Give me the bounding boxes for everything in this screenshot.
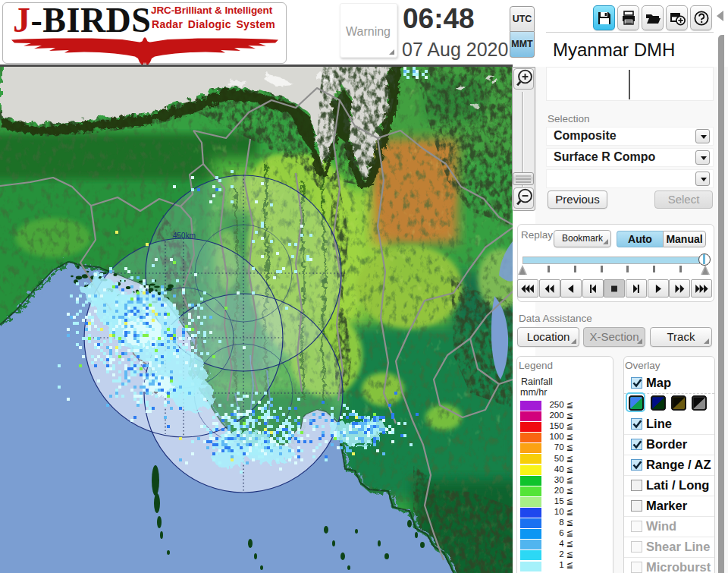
svg-text:450km: 450km — [173, 231, 196, 240]
